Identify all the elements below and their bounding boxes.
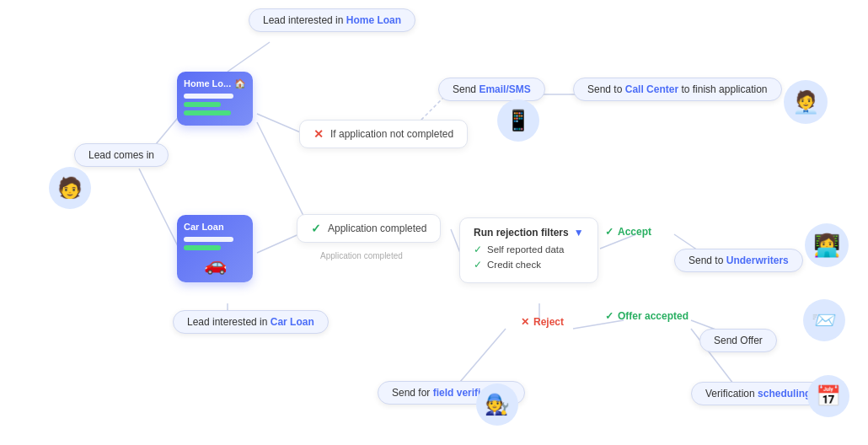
reject-x-icon: ✕ (521, 316, 529, 328)
accept-check-icon: ✓ (605, 226, 613, 238)
email-avatar: 📱 (497, 99, 539, 142)
card-bar-3 (184, 110, 231, 115)
field-verification-avatar: 🧑‍🔧 (476, 383, 518, 426)
reject-node: ✕ Reject (521, 316, 564, 328)
send-offer-pill: Send Offer (699, 329, 777, 352)
car-card-bar-2 (184, 245, 221, 250)
card-bar-2 (184, 102, 221, 107)
car-loan-card: Car Loan 🚗 (177, 215, 253, 282)
verification-scheduling-node: Verification scheduling (691, 382, 825, 405)
x-icon: ✕ (313, 127, 324, 141)
underwriters-pill: Send to Underwriters (674, 249, 803, 272)
car-card-bar-1 (184, 237, 233, 242)
send-offer-avatar: 📨 (803, 299, 845, 341)
offer-check-icon: ✓ (605, 310, 613, 322)
lead-comes-in-label: Lead comes in (74, 143, 169, 167)
accept-node: ✓ Accept (605, 226, 651, 238)
send-offer-avatar-node: 📨 (803, 299, 845, 341)
scheduling-avatar-node: 📅 (807, 375, 849, 417)
email-avatar-node: 📱 (497, 99, 539, 142)
field-verification-avatar-node: 🧑‍🔧 (476, 383, 518, 426)
svg-line-1 (139, 169, 181, 253)
app-completed-box: ✓ Application completed (297, 214, 441, 243)
verification-scheduling-pill: Verification scheduling (691, 382, 825, 405)
send-email-sms-pill: Send Email/SMS (438, 78, 545, 101)
reject-label: ✕ Reject (521, 316, 564, 328)
home-loan-card: Home Lo... 🏠 (177, 72, 253, 126)
home-loan-card-node: Home Lo... 🏠 (177, 72, 253, 126)
call-center-pill: Send to Call Center to finish applicatio… (573, 78, 782, 101)
lead-home-loan-pill: Lead interested in Home Loan (249, 8, 415, 32)
filter-item-self-reported: ✓ Self reported data (474, 244, 584, 255)
call-center-avatar: 🧑‍💼 (784, 80, 828, 124)
scheduling-avatar: 📅 (807, 375, 849, 417)
send-offer-node: Send Offer (699, 329, 777, 352)
rejection-filter-box: Run rejection filters ▼ ✓ Self reported … (459, 217, 598, 283)
call-center-avatar-node: 🧑‍💼 (784, 80, 828, 124)
filter-box-node: Run rejection filters ▼ ✓ Self reported … (459, 217, 598, 283)
check-icon-2: ✓ (474, 259, 482, 271)
svg-line-15 (228, 42, 270, 72)
filter-item-credit-check: ✓ Credit check (474, 259, 584, 271)
if-not-completed-node: ✕ If application not completed (299, 120, 468, 148)
app-completed-sublabel: Application completed (320, 251, 403, 260)
lead-avatar: 🧑 (49, 167, 91, 209)
app-completed-node: ✓ Application completed (297, 214, 441, 243)
underwriters-node: Send to Underwriters (674, 249, 803, 272)
lead-car-loan-pill: Lead interested in Car Loan (173, 310, 329, 334)
offer-accepted-label: ✓ Offer accepted (605, 310, 689, 322)
svg-line-11 (455, 329, 506, 388)
car-loan-card-node: Car Loan 🚗 (177, 215, 253, 282)
underwriters-avatar-node: 👩‍💻 (805, 223, 849, 267)
check-icon: ✓ (311, 222, 321, 235)
call-center-node: Send to Call Center to finish applicatio… (573, 78, 782, 101)
underwriters-avatar: 👩‍💻 (805, 223, 849, 267)
lead-home-loan-label-node: Lead interested in Home Loan (249, 8, 415, 32)
filter-title: Run rejection filters ▼ (474, 227, 584, 239)
lead-comes-in-node: 🧑 Lead comes in (57, 143, 169, 167)
accept-label: ✓ Accept (605, 226, 651, 238)
if-not-completed-box: ✕ If application not completed (299, 120, 468, 148)
card-bar-1 (184, 94, 233, 99)
flowchart: 🧑 Lead comes in Lead interested in Home … (0, 0, 868, 445)
check-icon-1: ✓ (474, 244, 482, 255)
app-completed-sublabel-node: Application completed (320, 251, 403, 260)
offer-accepted-node: ✓ Offer accepted (605, 310, 689, 322)
send-email-sms-node: Send Email/SMS (438, 78, 545, 101)
home-loan-card-title: Home Lo... 🏠 (184, 78, 246, 88)
lead-car-loan-label-node: Lead interested in Car Loan (173, 310, 329, 334)
filter-icon: ▼ (574, 227, 584, 239)
car-loan-card-title: Car Loan (184, 222, 246, 232)
